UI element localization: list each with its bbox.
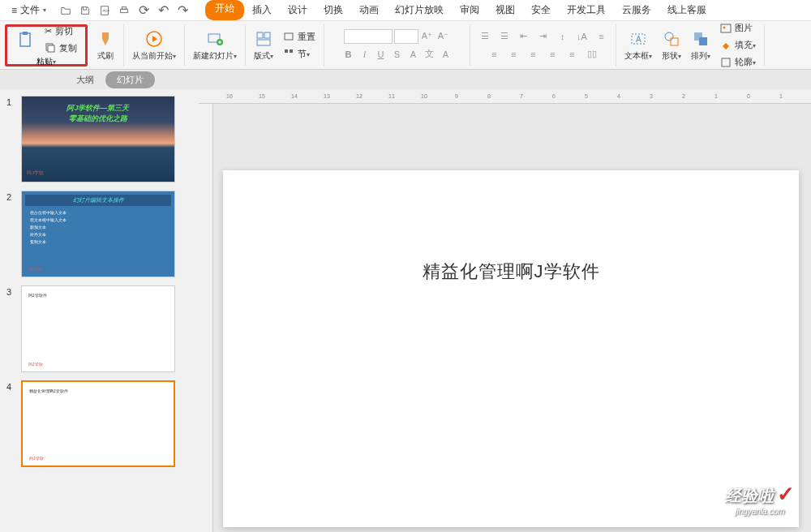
- slideshow-group: 从当前开始▾: [124, 24, 185, 66]
- svg-rect-11: [257, 32, 263, 38]
- paste-label: 粘贴▾: [36, 56, 56, 67]
- slides-tab[interactable]: 幻灯片: [105, 71, 155, 88]
- indent-right-icon[interactable]: ⇥: [536, 29, 551, 44]
- new-slide-icon: [205, 29, 225, 49]
- align-left-icon[interactable]: ≡: [487, 47, 502, 62]
- cut-button[interactable]: ✂ 剪切: [41, 24, 80, 39]
- save-icon[interactable]: [79, 4, 92, 17]
- svg-rect-4: [20, 33, 30, 46]
- copy-icon: [45, 42, 56, 54]
- svg-point-19: [665, 32, 673, 41]
- font-color-button[interactable]: A: [406, 47, 421, 62]
- refresh-icon[interactable]: ⟳: [137, 4, 150, 17]
- watermark-url: jingyanla.com: [725, 507, 795, 516]
- distribute-icon[interactable]: ≡: [565, 47, 580, 62]
- numbering-icon[interactable]: ☰: [497, 29, 512, 44]
- tab-animation[interactable]: 动画: [351, 0, 387, 20]
- shapes-button[interactable]: 形状▾: [659, 28, 684, 63]
- svg-rect-14: [285, 33, 293, 40]
- thumb2-list: 在占位符中输入文本 在文本框中输入文本 新加文本 对齐文本 复制文本: [25, 206, 171, 249]
- layout-button[interactable]: 版式▾: [251, 28, 277, 63]
- tab-review[interactable]: 审阅: [452, 0, 487, 20]
- format-painter-label: 式刷: [97, 50, 114, 62]
- reset-label: 重置: [298, 31, 315, 43]
- underline-button[interactable]: U: [374, 47, 388, 62]
- svg-rect-22: [699, 37, 707, 45]
- svg-rect-25: [722, 58, 730, 66]
- outline-button[interactable]: 轮廓▾: [717, 54, 759, 70]
- svg-rect-13: [257, 40, 270, 45]
- decrease-font-icon[interactable]: A⁻: [436, 29, 451, 44]
- shapes-icon: [662, 29, 681, 49]
- highlight-button[interactable]: 文: [423, 47, 437, 62]
- print-icon[interactable]: [118, 4, 131, 17]
- textbox-button[interactable]: A 文本框▾: [621, 28, 655, 63]
- bold-button[interactable]: B: [341, 47, 356, 62]
- svg-rect-23: [721, 24, 731, 32]
- strikethrough-button[interactable]: S: [390, 47, 405, 62]
- svg-rect-15: [285, 49, 288, 53]
- thumb-number: 1: [6, 96, 21, 182]
- top-bar: ≡ 文件 ▾ PDF ⟳ ↶ ↷ 开始 插入 设计 切换 动画 幻灯片放映 审阅…: [0, 0, 811, 21]
- redo-icon[interactable]: ↷: [176, 4, 189, 17]
- svg-rect-2: [121, 9, 128, 12]
- copy-button[interactable]: 复制: [41, 41, 80, 56]
- vertical-ruler: [199, 104, 213, 532]
- arrange-button[interactable]: 排列▾: [688, 28, 714, 63]
- picture-label: 图片: [735, 22, 753, 34]
- align-center-icon[interactable]: ≡: [507, 47, 521, 62]
- line-spacing-icon[interactable]: ↕: [556, 29, 570, 44]
- indent-left-icon[interactable]: ⇤: [517, 29, 531, 44]
- increase-font-icon[interactable]: A⁺: [420, 29, 435, 44]
- font-size-input[interactable]: [394, 29, 418, 44]
- thumb4-sub: 阿J学软: [29, 456, 44, 461]
- columns-icon[interactable]: ▯▯: [585, 47, 599, 62]
- cut-label: 剪切: [55, 25, 73, 37]
- from-current-button[interactable]: 从当前开始▾: [129, 28, 179, 63]
- pdf-icon[interactable]: PDF: [98, 4, 111, 17]
- thumb-number: 3: [6, 285, 21, 372]
- shapes-label: 形状▾: [662, 50, 681, 62]
- section-button[interactable]: 节▾: [280, 46, 319, 62]
- align-text-icon[interactable]: ≡: [594, 29, 609, 44]
- fill-button[interactable]: 填充▾: [717, 37, 759, 53]
- paste-button[interactable]: [12, 28, 38, 51]
- file-menu[interactable]: ≡ 文件 ▾: [6, 2, 51, 19]
- thumbnail-1[interactable]: 1 阿J学软件—第三天 零基础的优化之路 阿J学软: [6, 96, 192, 182]
- textbox-label: 文本框▾: [624, 50, 652, 62]
- reset-button[interactable]: 重置: [280, 29, 319, 45]
- tab-design[interactable]: 设计: [280, 0, 315, 20]
- italic-button[interactable]: I: [358, 47, 372, 62]
- section-label: 节▾: [298, 48, 310, 60]
- tab-cloud[interactable]: 云服务: [614, 0, 659, 20]
- slide-title[interactable]: 精益化管理啊J学软件: [423, 260, 600, 284]
- picture-button[interactable]: 图片: [717, 20, 759, 36]
- new-slide-button[interactable]: 新建幻灯片▾: [190, 28, 240, 63]
- font-name-input[interactable]: [344, 29, 393, 44]
- slide-canvas[interactable]: 精益化管理啊J学软件: [223, 170, 799, 527]
- fill-icon: [720, 40, 732, 51]
- undo-icon[interactable]: ↶: [157, 4, 169, 17]
- outline-tab[interactable]: 大纲: [65, 71, 105, 88]
- thumb1-sub: 阿J学软: [27, 169, 44, 177]
- tab-home[interactable]: 开始: [205, 0, 244, 20]
- thumbnail-3[interactable]: 3 阿J学软件 阿J学软: [6, 285, 192, 372]
- align-right-icon[interactable]: ≡: [526, 47, 541, 62]
- open-icon[interactable]: [59, 4, 72, 17]
- tab-slideshow[interactable]: 幻灯片放映: [387, 0, 452, 20]
- tab-support[interactable]: 线上客服: [659, 0, 714, 20]
- tab-devtools[interactable]: 开发工具: [559, 0, 614, 20]
- text-direction-icon[interactable]: ↓A: [575, 29, 590, 44]
- thumbnail-2[interactable]: 2 幻灯片编辑文本操作 在占位符中输入文本 在文本框中输入文本 新加文本 对齐文…: [6, 191, 192, 277]
- thumbnail-4[interactable]: 4 精益化管理啊J学软件 阿J学软: [6, 380, 192, 467]
- justify-icon[interactable]: ≡: [546, 47, 560, 62]
- clear-format-button[interactable]: A: [439, 47, 453, 62]
- format-painter-group: 式刷: [88, 24, 124, 66]
- bullets-icon[interactable]: ☰: [478, 29, 492, 44]
- tab-view[interactable]: 视图: [487, 0, 523, 20]
- format-painter-button[interactable]: 式刷: [92, 28, 118, 63]
- tab-insert[interactable]: 插入: [244, 0, 280, 20]
- tab-transition[interactable]: 切换: [315, 0, 351, 20]
- tab-security[interactable]: 安全: [523, 0, 559, 20]
- outline-icon: [720, 57, 732, 68]
